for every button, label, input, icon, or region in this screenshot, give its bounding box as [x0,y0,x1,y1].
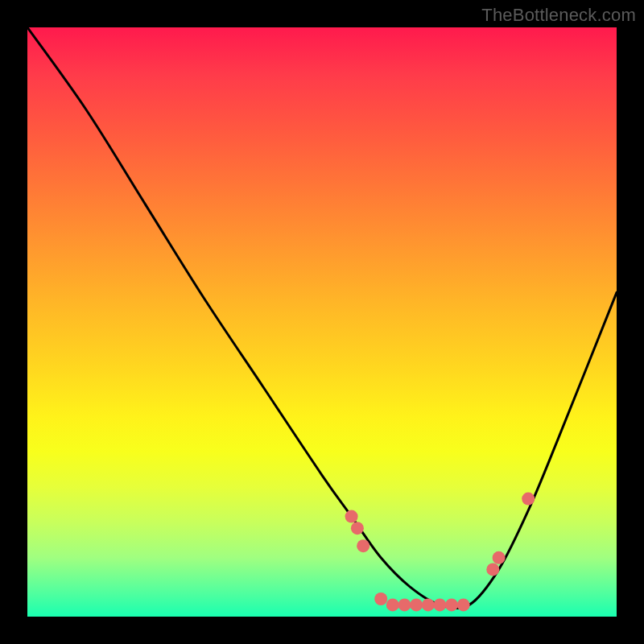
data-marker [486,563,499,576]
data-marker [345,510,358,523]
watermark-text: TheBottleneck.com [481,5,636,26]
data-marker [351,522,364,535]
data-marker [398,598,411,611]
data-marker [457,598,470,611]
data-marker [493,551,506,564]
curve-svg [27,27,617,617]
data-marker [386,598,399,611]
data-marker [445,598,458,611]
data-marker [422,598,435,611]
data-marker [433,598,446,611]
data-marker [410,598,423,611]
data-marker [374,592,387,605]
marker-layer [345,493,535,612]
data-marker [522,493,535,506]
plot-area [27,27,617,617]
data-marker [357,539,369,552]
chart-stage: TheBottleneck.com [0,0,644,644]
curve-layer [27,27,617,609]
bottleneck-curve [27,27,617,609]
